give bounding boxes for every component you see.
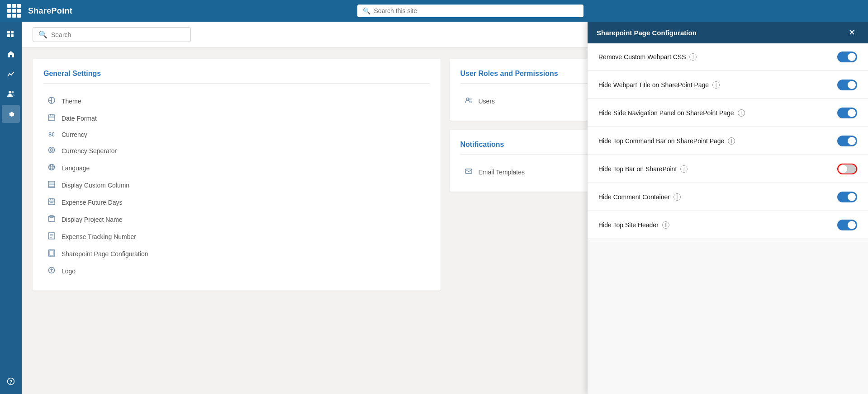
settings-item-language[interactable]: Language: [43, 159, 430, 177]
app-grid-icon[interactable]: [7, 4, 21, 18]
hide-webpart-title-toggle[interactable]: [837, 80, 857, 90]
settings-item-expense-tracking[interactable]: Expense Tracking Number: [43, 228, 430, 245]
svg-rect-24: [48, 199, 55, 205]
expense-tracking-icon: [47, 232, 56, 241]
currency-label: Currency: [62, 131, 87, 138]
hide-top-bar-label: Hide Top Bar on SharePoint i: [598, 165, 688, 173]
hide-side-nav-label: Hide Side Navigation Panel on SharePoint…: [598, 109, 745, 117]
inner-search-input[interactable]: [51, 31, 185, 38]
svg-rect-0: [7, 31, 10, 33]
language-icon: [47, 164, 56, 173]
top-search-input[interactable]: [374, 7, 578, 14]
display-custom-col-label: Display Custom Column: [62, 182, 129, 189]
settings-item-display-custom-col[interactable]: Display Custom Column: [43, 177, 430, 194]
display-custom-col-icon: [47, 181, 56, 190]
settings-item-expense-future[interactable]: Expense Future Days: [43, 194, 430, 211]
currency-icon: $€: [47, 131, 56, 138]
top-search-box[interactable]: 🔍: [357, 5, 583, 17]
remove-css-toggle[interactable]: [837, 52, 857, 62]
sidebar-item-home[interactable]: [2, 45, 20, 63]
users-label: Users: [479, 98, 495, 105]
logo-label: Logo: [62, 267, 76, 275]
hide-comment-info-icon[interactable]: i: [674, 193, 681, 201]
panel-close-button[interactable]: ✕: [845, 26, 859, 39]
general-settings-card: General Settings Theme Date Format $€ Cu…: [33, 59, 441, 291]
top-search-icon: 🔍: [363, 7, 370, 14]
hide-top-bar-track[interactable]: [837, 164, 857, 174]
hide-top-cmd-label: Hide Top Command Bar on SharePoint Page …: [598, 137, 735, 145]
hide-comment-toggle[interactable]: [837, 192, 857, 202]
panel-row-remove-css: Remove Custom Webpart CSS i: [588, 43, 868, 71]
panel-row-hide-webpart-title: Hide Webpart Title on SharePoint Page i: [588, 71, 868, 99]
sidebar-item-analytics[interactable]: [2, 65, 20, 83]
svg-rect-28: [50, 202, 53, 203]
hide-site-header-info-icon[interactable]: i: [662, 221, 669, 229]
inner-search-icon: 🔍: [38, 30, 47, 39]
hide-side-nav-info-icon[interactable]: i: [738, 109, 745, 117]
logo-icon: [47, 267, 56, 276]
sidebar-item-people[interactable]: [2, 85, 20, 103]
expense-future-icon: [47, 198, 56, 207]
settings-item-logo[interactable]: Logo: [43, 263, 430, 280]
panel-row-hide-site-header: Hide Top Site Header i: [588, 211, 868, 239]
hide-comment-track[interactable]: [837, 192, 857, 202]
panel-title: Sharepoint Page Configuration: [597, 29, 697, 37]
hide-side-nav-toggle[interactable]: [837, 108, 857, 118]
hide-webpart-title-track[interactable]: [837, 80, 857, 90]
panel-row-hide-top-bar: Hide Top Bar on SharePoint i: [588, 155, 868, 183]
date-format-icon: [47, 114, 56, 123]
svg-rect-36: [49, 251, 54, 255]
svg-point-17: [50, 164, 53, 170]
svg-rect-3: [11, 34, 14, 37]
hide-top-cmd-track[interactable]: [837, 136, 857, 146]
hide-top-bar-toggle[interactable]: [837, 164, 857, 174]
panel-header: Sharepoint Page Configuration ✕: [588, 22, 868, 43]
svg-point-5: [12, 91, 14, 94]
settings-item-display-project[interactable]: Display Project Name: [43, 211, 430, 228]
currency-sep-icon: [47, 146, 56, 155]
remove-css-track[interactable]: [837, 52, 857, 62]
hide-top-bar-info-icon[interactable]: i: [680, 165, 688, 173]
hide-webpart-title-info-icon[interactable]: i: [712, 81, 720, 89]
general-settings-title: General Settings: [43, 70, 430, 84]
hide-top-cmd-info-icon[interactable]: i: [728, 137, 735, 145]
main-layout: ? 🔍 General Settings Theme: [0, 22, 868, 394]
app-logo: SharePoint: [28, 6, 72, 16]
sharepoint-config-icon: [47, 249, 56, 258]
panel-row-hide-side-nav: Hide Side Navigation Panel on SharePoint…: [588, 99, 868, 127]
theme-icon: [47, 97, 56, 106]
inner-search-box[interactable]: 🔍: [33, 27, 191, 42]
remove-css-info-icon[interactable]: i: [689, 53, 697, 61]
users-icon: [464, 97, 473, 106]
display-project-icon: [47, 215, 56, 224]
sharepoint-config-panel: Sharepoint Page Configuration ✕ Remove C…: [588, 22, 868, 394]
hide-site-header-toggle[interactable]: [837, 220, 857, 230]
currency-sep-label: Currency Seperator: [62, 147, 117, 155]
sidebar-item-menu[interactable]: [2, 25, 20, 43]
svg-point-39: [470, 98, 471, 100]
settings-item-sharepoint-config[interactable]: Sharepoint Page Configuration: [43, 245, 430, 263]
svg-rect-1: [11, 31, 14, 33]
email-templates-label: Email Templates: [479, 169, 525, 176]
sidebar-item-settings[interactable]: [2, 105, 20, 123]
panel-content: Remove Custom Webpart CSS i Hide Webpart…: [588, 43, 868, 394]
panel-row-hide-top-cmd: Hide Top Command Bar on SharePoint Page …: [588, 127, 868, 155]
settings-item-currency-sep[interactable]: Currency Seperator: [43, 142, 430, 159]
hide-top-cmd-toggle[interactable]: [837, 136, 857, 146]
display-project-label: Display Project Name: [62, 216, 123, 223]
svg-text:?: ?: [9, 380, 12, 385]
svg-point-4: [9, 91, 11, 94]
remove-css-label: Remove Custom Webpart CSS i: [598, 53, 697, 61]
expense-future-label: Expense Future Days: [62, 199, 123, 206]
settings-item-theme[interactable]: Theme: [43, 93, 430, 110]
settings-item-date-format[interactable]: Date Format: [43, 110, 430, 127]
svg-rect-2: [7, 34, 10, 37]
theme-label: Theme: [62, 98, 81, 105]
hide-comment-label: Hide Comment Container i: [598, 193, 681, 201]
svg-rect-9: [48, 115, 55, 121]
sidebar-item-help[interactable]: ?: [2, 372, 20, 390]
sidebar: ?: [0, 22, 22, 394]
settings-item-currency[interactable]: $€ Currency: [43, 127, 430, 142]
hide-side-nav-track[interactable]: [837, 108, 857, 118]
hide-site-header-track[interactable]: [837, 220, 857, 230]
